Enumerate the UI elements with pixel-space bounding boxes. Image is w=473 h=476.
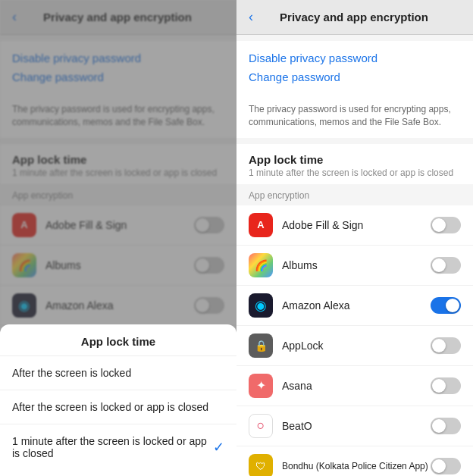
app-name-adobe-r: Adobe Fill & Sign [282, 219, 431, 231]
toggle-applock-r[interactable] [431, 337, 461, 354]
modal-overlay: App lock time After the screen is locked… [0, 0, 236, 476]
toggle-albums-r[interactable] [431, 257, 461, 274]
modal-sheet: App lock time After the screen is locked… [0, 324, 236, 476]
toggle-beato-r[interactable] [431, 418, 461, 434]
right-panel: ‹ Privacy and app encryption Disable pri… [236, 0, 473, 476]
toggle-asana-r[interactable] [431, 377, 461, 394]
app-name-albums-r: Albums [282, 259, 431, 271]
right-section-label: App encryption [236, 184, 473, 204]
modal-option-1[interactable]: After the screen is locked [0, 356, 236, 390]
app-icon-applock-r: 🔒 [249, 334, 273, 358]
toggle-bondhu-r[interactable] [431, 458, 461, 474]
app-icon-alexa-r: ◉ [249, 293, 273, 318]
right-header-title: Privacy and app encryption [261, 11, 447, 23]
list-item: ○ BeatO [236, 406, 473, 446]
list-item: A Adobe Fill & Sign [236, 205, 473, 246]
app-name-beato-r: BeatO [282, 420, 431, 432]
modal-title: App lock time [0, 324, 236, 356]
check-icon: ✓ [213, 439, 224, 456]
list-item: ✦ Asana [236, 366, 473, 406]
app-icon-albums-r: 🌈 [249, 253, 273, 277]
toggle-adobe-r[interactable] [431, 217, 461, 233]
modal-option-1-label: After the screen is locked [12, 367, 131, 379]
list-item: 🔒 AppLock [236, 326, 473, 366]
app-name-alexa-r: Amazon Alexa [282, 299, 431, 312]
toggle-alexa-r[interactable] [431, 297, 461, 314]
right-back-icon[interactable]: ‹ [249, 9, 253, 25]
app-icon-bondhu-r: 🛡 [249, 454, 273, 476]
right-app-list: A Adobe Fill & Sign 🌈 Albums ◉ Amazon Al… [236, 205, 473, 476]
app-icon-asana-r: ✦ [249, 374, 273, 398]
right-description: The privacy password is used for encrypt… [236, 94, 473, 138]
modal-option-2-label: After the screen is locked or app is clo… [12, 401, 208, 413]
app-name-applock-r: AppLock [282, 340, 431, 352]
app-name-bondhu-r: Bondhu (Kolkata Police Citizen App) [282, 461, 431, 471]
app-name-asana-r: Asana [282, 380, 431, 392]
right-app-lock-title: App lock time [249, 153, 461, 166]
right-change-password-link[interactable]: Change password [236, 67, 473, 94]
modal-option-2[interactable]: After the screen is locked or app is clo… [0, 390, 236, 424]
left-panel: ‹ Privacy and app encryption Disable pri… [0, 0, 236, 476]
list-item: 🛡 Bondhu (Kolkata Police Citizen App) [236, 446, 473, 476]
right-app-lock-subtitle: 1 minute after the screen is locked or a… [249, 168, 461, 178]
modal-option-3-label: 1 minute after the screen is locked or a… [12, 435, 213, 459]
right-disable-privacy-link[interactable]: Disable privacy password [236, 41, 473, 67]
modal-option-3[interactable]: 1 minute after the screen is locked or a… [0, 424, 236, 470]
app-icon-adobe-r: A [249, 213, 273, 237]
list-item: ◉ Amazon Alexa [236, 286, 473, 326]
app-icon-beato-r: ○ [249, 414, 273, 438]
list-item: 🌈 Albums [236, 246, 473, 286]
right-header: ‹ Privacy and app encryption [236, 0, 473, 35]
